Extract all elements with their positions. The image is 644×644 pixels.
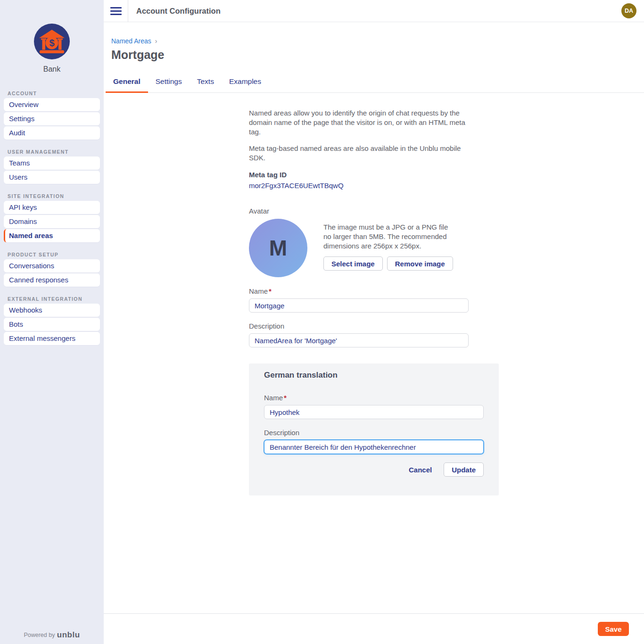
nav-section-external-integration: EXTERNAL INTEGRATION Webhooks Bots Exter… <box>4 296 100 345</box>
sidebar-item-teams[interactable]: Teams <box>4 157 100 170</box>
unblu-logo: unblu <box>57 630 80 639</box>
name-label: Name* <box>249 287 499 295</box>
save-button[interactable]: Save <box>598 622 629 636</box>
sidebar-item-webhooks[interactable]: Webhooks <box>4 304 100 317</box>
sidebar-item-named-areas[interactable]: Named areas <box>4 229 100 242</box>
german-name-label: Name* <box>264 394 484 402</box>
sidebar-item-users[interactable]: Users <box>4 171 100 184</box>
page-title: Mortgage <box>111 48 644 62</box>
hamburger-icon <box>110 5 122 17</box>
nav-section-header: USER MANAGEMENT <box>8 149 100 155</box>
sidebar-item-api-keys[interactable]: API keys <box>4 201 100 214</box>
nav-section-header: ACCOUNT <box>8 91 100 96</box>
breadcrumb: Named Areas › <box>111 37 644 45</box>
topbar: Account Configuration DA <box>104 0 644 22</box>
avatar-buttons: Select image Remove image <box>323 256 453 271</box>
avatar-initial: M <box>269 235 287 261</box>
meta-tag-id-value: mor2Fgx3TACE6UEwtTBqwQ <box>249 182 499 190</box>
app-title: Account Configuration <box>136 7 221 16</box>
avatar-label: Avatar <box>249 207 499 215</box>
meta-tag-id-label: Meta tag ID <box>249 171 499 179</box>
german-description-field-group: Description <box>264 429 484 454</box>
avatar-row: M The image must be a JPG or a PNG file … <box>249 219 499 277</box>
avatar-hint-text: The image must be a JPG or a PNG file no… <box>323 223 452 251</box>
powered-by: Powered by unblu <box>0 630 104 640</box>
nav-section-product-setup: PRODUCT SETUP Conversations Canned respo… <box>4 252 100 287</box>
description-label: Description <box>249 322 499 330</box>
nav-section-site-integration: SITE INTEGRATION API keys Domains Named … <box>4 193 100 242</box>
sidebar-item-external-messengers[interactable]: External messengers <box>4 332 100 345</box>
intro-paragraph-2: Meta tag-based named areas are also avai… <box>249 144 469 163</box>
update-button[interactable]: Update <box>444 462 484 477</box>
account-name: Bank <box>0 65 104 74</box>
select-image-button[interactable]: Select image <box>323 256 383 271</box>
tab-content: Named areas allow you to identify the or… <box>104 93 644 613</box>
avatar-side: The image must be a JPG or a PNG file no… <box>323 219 453 277</box>
sidebar: $ Bank ACCOUNT Overview Settings Audit U… <box>0 0 104 644</box>
menu-toggle-button[interactable] <box>104 0 128 22</box>
german-translation-card: German translation Name* Description Can… <box>249 363 499 495</box>
german-translation-title: German translation <box>264 371 484 380</box>
sidebar-item-bots[interactable]: Bots <box>4 318 100 331</box>
remove-image-button[interactable]: Remove image <box>387 256 453 271</box>
bank-logo-icon: $ <box>34 24 70 59</box>
description-field-group: Description <box>249 322 499 347</box>
cancel-button[interactable]: Cancel <box>401 466 439 474</box>
german-name-field-group: Name* <box>264 394 484 419</box>
breadcrumb-link-named-areas[interactable]: Named Areas <box>111 37 151 45</box>
tab-bar: General Settings Texts Examples <box>106 71 644 93</box>
page-header: Named Areas › Mortgage <box>104 22 644 62</box>
nav-section-account: ACCOUNT Overview Settings Audit <box>4 91 100 140</box>
svg-text:$: $ <box>49 38 54 48</box>
sidebar-item-conversations[interactable]: Conversations <box>4 259 100 272</box>
description-input[interactable] <box>249 333 469 347</box>
required-asterisk: * <box>284 394 287 402</box>
sidebar-item-canned-responses[interactable]: Canned responses <box>4 273 100 287</box>
nav-section-header: PRODUCT SETUP <box>8 252 100 257</box>
intro-paragraph-1: Named areas allow you to identify the or… <box>249 108 469 137</box>
tab-settings[interactable]: Settings <box>148 71 190 93</box>
sidebar-item-overview[interactable]: Overview <box>4 98 100 111</box>
name-field-group: Name* <box>249 287 499 313</box>
nav-section-user-management: USER MANAGEMENT Teams Users <box>4 149 100 184</box>
sidebar-item-settings[interactable]: Settings <box>4 112 100 125</box>
nav-section-header: SITE INTEGRATION <box>8 193 100 199</box>
sidebar-item-audit[interactable]: Audit <box>4 126 100 140</box>
account-logo-block: $ Bank <box>0 0 104 74</box>
nav-section-header: EXTERNAL INTEGRATION <box>8 296 100 302</box>
chevron-right-icon: › <box>155 37 157 45</box>
tab-texts[interactable]: Texts <box>190 71 222 93</box>
german-description-input[interactable] <box>264 440 484 454</box>
form-column: Named areas allow you to identify the or… <box>249 93 499 495</box>
german-description-label: Description <box>264 429 484 437</box>
main-area: Account Configuration DA Named Areas › M… <box>104 0 644 644</box>
required-asterisk: * <box>269 287 272 295</box>
german-name-input[interactable] <box>264 405 484 419</box>
user-avatar[interactable]: DA <box>621 3 636 18</box>
footer-bar: Save <box>104 613 644 644</box>
sidebar-nav: ACCOUNT Overview Settings Audit USER MAN… <box>0 91 104 345</box>
sidebar-item-domains[interactable]: Domains <box>4 215 100 228</box>
powered-by-label: Powered by <box>24 632 55 638</box>
tab-general[interactable]: General <box>106 71 148 93</box>
german-translation-actions: Cancel Update <box>264 462 484 477</box>
tab-examples[interactable]: Examples <box>222 71 269 93</box>
named-area-avatar: M <box>249 219 307 277</box>
name-input[interactable] <box>249 298 469 313</box>
